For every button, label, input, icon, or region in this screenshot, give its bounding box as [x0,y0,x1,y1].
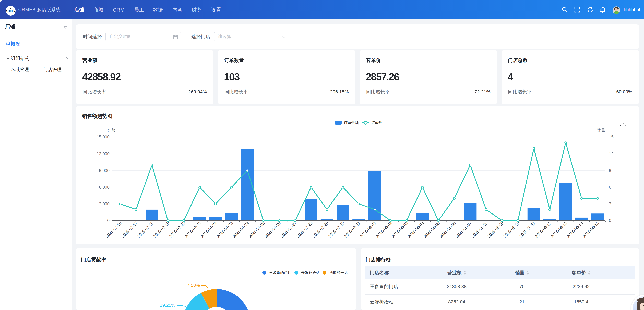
svg-text:15: 15 [609,135,614,139]
svg-text:数量: 数量 [597,128,605,132]
svg-text:2025-07-27: 2025-07-27 [280,221,298,239]
svg-text:2025-08-15: 2025-08-15 [582,221,600,239]
svg-text:2025-07-18: 2025-07-18 [136,221,154,239]
svg-text:2025-08-13: 2025-08-13 [550,221,568,239]
svg-text:15,000: 15,000 [97,135,110,139]
svg-text:2025-08-07: 2025-08-07 [454,221,472,239]
svg-text:2025-08-11: 2025-08-11 [518,221,536,238]
svg-text:2025-07-29: 2025-07-29 [311,221,329,239]
svg-text:12: 12 [609,151,614,156]
svg-text:2025-08-04: 2025-08-04 [407,221,425,239]
svg-text:2025-08-12: 2025-08-12 [534,221,552,239]
svg-text:2025-08-05: 2025-08-05 [423,221,441,239]
svg-text:7.58%: 7.58% [187,283,200,288]
svg-text:6: 6 [609,185,611,190]
svg-text:2025-08-10: 2025-08-10 [502,221,520,239]
svg-text:2025-07-30: 2025-07-30 [327,221,345,239]
svg-text:2025-08-09: 2025-08-09 [486,221,504,239]
svg-text:2025-07-26: 2025-07-26 [264,221,282,239]
svg-text:2025-08-08: 2025-08-08 [470,221,488,239]
svg-text:12,000: 12,000 [97,151,110,156]
svg-text:2025-07-20: 2025-07-20 [168,221,186,239]
svg-text:2025-07-24: 2025-07-24 [232,221,250,239]
svg-text:2025-07-31: 2025-07-31 [343,221,361,239]
svg-text:0: 0 [107,218,110,223]
svg-text:9: 9 [609,168,611,173]
svg-text:2025-08-03: 2025-08-03 [391,221,409,239]
svg-text:3: 3 [609,202,611,206]
svg-text:19.25%: 19.25% [160,303,175,308]
svg-text:2025-07-21: 2025-07-21 [184,221,202,239]
svg-text:2025-07-22: 2025-07-22 [200,221,218,239]
svg-text:2025-07-28: 2025-07-28 [296,221,314,239]
svg-text:6,000: 6,000 [99,185,110,190]
svg-text:2025-08-14: 2025-08-14 [566,221,584,239]
svg-text:2025-07-25: 2025-07-25 [248,221,266,239]
svg-text:2025-08-02: 2025-08-02 [375,221,393,239]
svg-text:金额: 金额 [107,128,116,132]
svg-text:2025-07-16: 2025-07-16 [104,221,122,239]
svg-text:2025-07-23: 2025-07-23 [216,221,234,239]
svg-text:0: 0 [609,218,611,223]
svg-text:3,000: 3,000 [99,202,110,206]
svg-text:2025-08-06: 2025-08-06 [439,221,456,239]
svg-text:2025-07-17: 2025-07-17 [120,221,138,239]
svg-text:9,000: 9,000 [99,168,110,173]
svg-text:2025-07-19: 2025-07-19 [152,221,170,239]
svg-text:2025-08-01: 2025-08-01 [359,221,377,239]
